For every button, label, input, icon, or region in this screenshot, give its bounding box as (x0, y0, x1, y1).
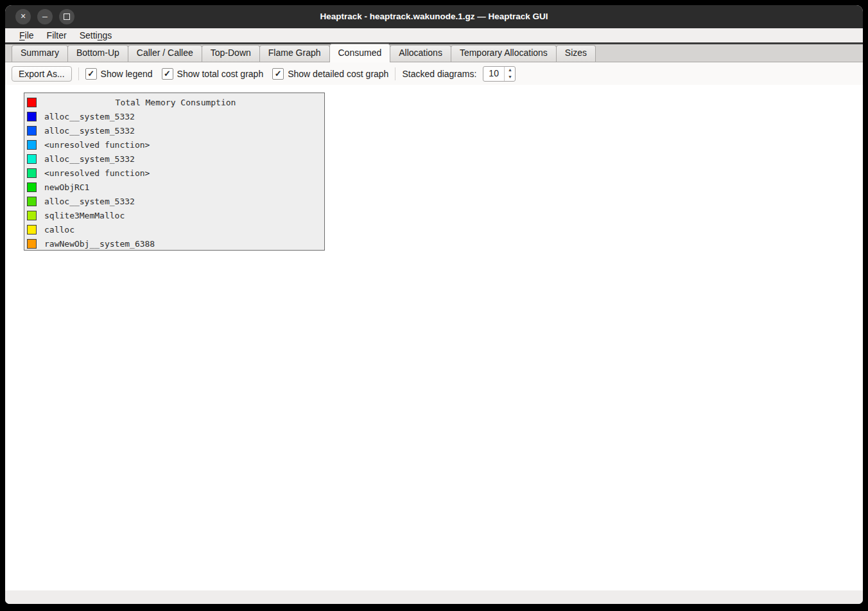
title-bar[interactable]: × – Heaptrack - heaptrack.wakunode.1.gz … (5, 5, 863, 28)
tab-sizes[interactable]: Sizes (556, 45, 596, 62)
legend-swatch-icon (27, 182, 37, 192)
legend-item: alloc__system_5332 (24, 123, 324, 137)
legend-swatch-icon (27, 112, 37, 121)
legend-item-label: newObjRC1 (44, 182, 89, 192)
checkbox-icon[interactable]: ✓ (162, 68, 173, 80)
heaptrack-window: × – Heaptrack - heaptrack.wakunode.1.gz … (5, 5, 863, 604)
legend-swatch-icon (27, 98, 37, 107)
legend-item: alloc__system_5332 (24, 152, 324, 166)
tab-bottom-up[interactable]: Bottom-Up (67, 45, 128, 62)
tab-summary[interactable]: Summary (12, 45, 68, 62)
checkbox-label: Show legend (101, 69, 153, 79)
legend-swatch-icon (27, 126, 37, 136)
spinner-up-icon[interactable]: ▲ (505, 67, 515, 74)
checkbox-show-legend[interactable]: ✓Show legend (85, 68, 153, 80)
toolbar-separator (78, 67, 79, 80)
tab-flame-graph[interactable]: Flame Graph (259, 45, 330, 62)
spinner-down-icon[interactable]: ▼ (505, 74, 515, 81)
legend-swatch-icon (27, 197, 37, 206)
export-as-button[interactable]: Export As... (12, 66, 72, 82)
stacked-diagrams-label: Stacked diagrams: (402, 69, 476, 79)
legend-item-label: <unresolved function> (44, 140, 150, 150)
legend-item-label: calloc (44, 225, 74, 235)
checkbox-label: Show total cost graph (177, 69, 264, 79)
toolbar-separator (395, 67, 395, 80)
legend-item: rawNewObj__system_6388 (24, 236, 324, 251)
legend-title-row: Total Memory Consumption (24, 95, 324, 109)
checkbox-icon[interactable]: ✓ (85, 68, 97, 80)
legend-title: Total Memory Consumption (37, 98, 315, 107)
stacked-diagrams-spinner[interactable]: 10 ▲ ▼ (483, 66, 516, 82)
checkbox-show-detailed-cost-graph[interactable]: ✓Show detailed cost graph (272, 68, 388, 80)
legend-item-label: alloc__system_5332 (44, 126, 135, 136)
window-title: Heaptrack - heaptrack.wakunode.1.gz — He… (5, 5, 863, 28)
legend-item: alloc__system_5332 (24, 109, 324, 123)
legend-item-label: rawNewObj__system_6388 (44, 239, 155, 249)
legend-item: <unresolved function> (24, 166, 324, 180)
chart-legend: Total Memory Consumptionalloc__system_53… (24, 93, 325, 251)
tab-consumed[interactable]: Consumed (329, 44, 391, 62)
legend-item: <unresolved function> (24, 137, 324, 152)
legend-item-label: alloc__system_5332 (44, 197, 135, 206)
window-footer (5, 590, 863, 604)
legend-swatch-icon (27, 225, 37, 235)
checkbox-show-total-cost-graph[interactable]: ✓Show total cost graph (162, 68, 264, 80)
legend-item-label: sqlite3MemMalloc (44, 211, 125, 220)
menu-file[interactable]: File (13, 30, 40, 41)
menu-bar: FileFilterSettings (5, 28, 863, 42)
legend-item-label: <unresolved function> (44, 168, 150, 178)
legend-item-label: alloc__system_5332 (44, 112, 135, 121)
legend-swatch-icon (27, 211, 37, 220)
tab-temporary-allocations[interactable]: Temporary Allocations (451, 45, 557, 62)
legend-swatch-icon (27, 140, 37, 150)
legend-item: alloc__system_5332 (24, 194, 324, 208)
tab-bar: SummaryBottom-UpCaller / CalleeTop-DownF… (5, 44, 863, 62)
menu-settings[interactable]: Settings (73, 30, 119, 41)
legend-swatch-icon (27, 239, 37, 249)
toolbar: Export As... ✓Show legend✓Show total cos… (5, 62, 863, 85)
legend-swatch-icon (27, 168, 37, 178)
checkbox-label: Show detailed cost graph (288, 69, 388, 79)
tab-allocations[interactable]: Allocations (390, 45, 451, 62)
chart-panel: Total Memory Consumptionalloc__system_53… (5, 85, 863, 590)
legend-item: sqlite3MemMalloc (24, 208, 324, 222)
menu-filter[interactable]: Filter (40, 30, 73, 41)
legend-item: calloc (24, 222, 324, 236)
checkbox-icon[interactable]: ✓ (272, 68, 284, 80)
stacked-diagrams-value: 10 (483, 67, 504, 81)
legend-item-label: alloc__system_5332 (44, 154, 135, 164)
tab-top-down[interactable]: Top-Down (202, 45, 260, 62)
tab-caller-callee[interactable]: Caller / Callee (128, 45, 202, 62)
legend-swatch-icon (27, 154, 37, 164)
legend-item: newObjRC1 (24, 180, 324, 194)
